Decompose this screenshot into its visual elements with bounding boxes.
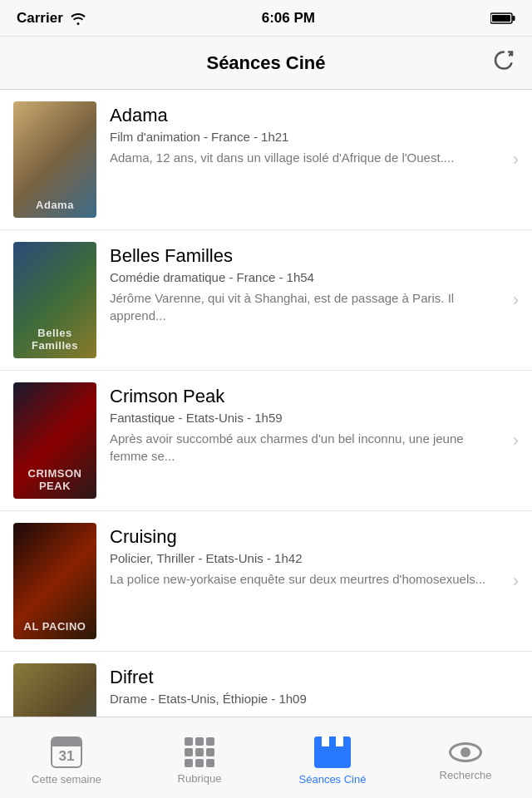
movie-desc-cruising: La police new-yorkaise enquête sur deux … (110, 570, 499, 588)
movie-poster-belles-familles: Belles Familles (13, 242, 96, 358)
movie-desc-crimson-peak: Après avoir succombé aux charmes d'un be… (110, 430, 499, 465)
tab-recherche-label: Recherche (440, 769, 492, 781)
poster-text-difret: Difret (13, 663, 96, 717)
tab-bar: 31 Cette semaine Rubrique (0, 717, 532, 798)
eye-icon (449, 741, 482, 764)
wifi-icon (70, 12, 86, 25)
movie-meta-belles-familles: Comédie dramatique - France - 1h54 (110, 270, 499, 284)
movie-meta-adama: Film d'animation - France - 1h21 (110, 130, 499, 144)
status-left: Carrier (17, 10, 86, 27)
nav-bar: Séances Ciné (0, 37, 532, 90)
nav-title: Séances Ciné (206, 52, 325, 74)
chevron-icon-difret: › (513, 711, 519, 717)
carrier-label: Carrier (17, 10, 63, 27)
tab-cette-semaine-label: Cette semaine (32, 773, 101, 786)
tab-rubrique-label: Rubrique (178, 772, 222, 785)
movie-meta-crimson-peak: Fantastique - Etats-Unis - 1h59 (110, 411, 499, 425)
grid-icon (185, 737, 214, 767)
movie-title-cruising: Cruising (110, 526, 499, 548)
movie-item-cruising[interactable]: AL PACINO Cruising Policier, Thriller - … (0, 511, 532, 652)
movie-poster-adama: Adama (13, 101, 96, 218)
tab-recherche[interactable]: Recherche (399, 734, 532, 781)
poster-text-belles-familles: Belles Familles (13, 242, 96, 358)
svg-rect-1 (512, 16, 515, 21)
movie-poster-cruising: AL PACINO (13, 523, 96, 639)
movie-poster-crimson-peak: CRIMSON PEAK (13, 382, 96, 499)
status-bar: Carrier 6:06 PM (0, 0, 532, 37)
movie-item-crimson-peak[interactable]: CRIMSON PEAK Crimson Peak Fantastique - … (0, 371, 532, 511)
movie-info-adama: Adama Film d'animation - France - 1h21 A… (110, 101, 519, 166)
clapper-icon (314, 736, 351, 768)
refresh-button[interactable] (490, 47, 517, 79)
chevron-icon-crimson-peak: › (513, 430, 519, 451)
movie-info-crimson-peak: Crimson Peak Fantastique - Etats-Unis - … (110, 382, 519, 465)
movie-info-difret: Difret Drame - Etats-Unis, Éthiopie - 1h… (110, 663, 519, 711)
movie-item-belles-familles[interactable]: Belles Familles Belles Familles Comédie … (0, 230, 532, 371)
poster-text-cruising: AL PACINO (13, 523, 96, 639)
movie-desc-belles-familles: Jérôme Varenne, qui vit à Shanghai, est … (110, 289, 499, 324)
tab-seances-cine[interactable]: Séances Ciné (266, 730, 399, 786)
movie-item-difret[interactable]: Difret Difret Drame - Etats-Unis, Éthiop… (0, 652, 532, 717)
movie-meta-difret: Drame - Etats-Unis, Éthiopie - 1h09 (110, 692, 499, 706)
calendar-icon: 31 (51, 736, 82, 768)
battery-icon (490, 12, 515, 25)
movie-desc-adama: Adama, 12 ans, vit dans un village isolé… (110, 149, 499, 166)
movie-poster-difret: Difret (13, 663, 96, 717)
svg-rect-2 (492, 15, 510, 22)
movie-title-crimson-peak: Crimson Peak (110, 386, 499, 407)
tab-rubrique[interactable]: Rubrique (133, 731, 266, 785)
movie-title-difret: Difret (110, 667, 499, 688)
movie-info-cruising: Cruising Policier, Thriller - Etats-Unis… (110, 523, 519, 588)
movie-title-adama: Adama (110, 105, 499, 126)
movie-info-belles-familles: Belles Familles Comédie dramatique - Fra… (110, 242, 519, 324)
movie-list: Adama Adama Film d'animation - France - … (0, 90, 532, 717)
movie-title-belles-familles: Belles Familles (110, 245, 499, 267)
tab-cette-semaine[interactable]: 31 Cette semaine (0, 730, 133, 786)
tab-seances-cine-label: Séances Ciné (299, 773, 367, 786)
movie-meta-cruising: Policier, Thriller - Etats-Unis - 1h42 (110, 551, 499, 565)
poster-text-crimson-peak: CRIMSON PEAK (13, 382, 96, 499)
chevron-icon-adama: › (513, 149, 519, 170)
chevron-icon-cruising: › (513, 570, 519, 592)
status-time: 6:06 PM (262, 10, 315, 27)
movie-item-adama[interactable]: Adama Adama Film d'animation - France - … (0, 90, 532, 230)
chevron-icon-belles-familles: › (513, 289, 519, 311)
poster-text-adama: Adama (13, 101, 96, 218)
